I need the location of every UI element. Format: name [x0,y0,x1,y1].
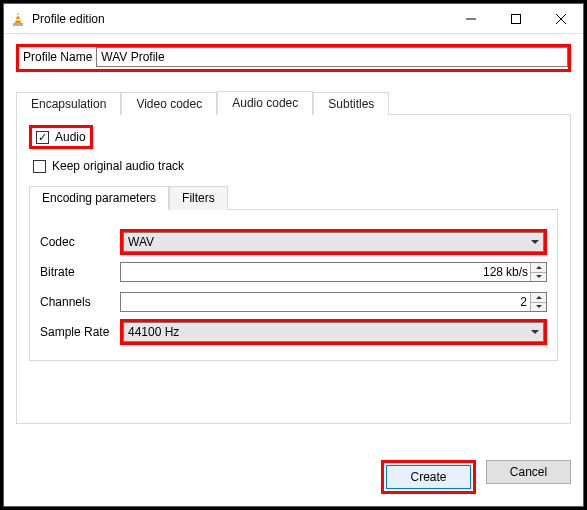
samplerate-value: 44100 Hz [128,325,179,339]
bitrate-unit: kb/s [506,265,530,279]
encoding-parameters-pane: Codec WAV Bitrate [29,209,558,361]
cancel-button[interactable]: Cancel [486,460,571,484]
svg-rect-1 [16,15,20,16]
svg-rect-5 [511,14,520,23]
chevron-down-icon [536,275,542,278]
chevron-down-icon [531,330,539,334]
tab-video-codec[interactable]: Video codec [121,92,217,115]
tab-filters[interactable]: Filters [169,186,228,210]
codec-select[interactable]: WAV [123,232,544,252]
vlc-icon [10,11,26,27]
tab-subtitles[interactable]: Subtitles [313,92,389,115]
minimize-button[interactable] [448,4,493,33]
bitrate-stepper[interactable]: 128 kb/s [120,262,547,282]
titlebar: Profile edition [4,4,583,34]
bitrate-spin-buttons[interactable] [530,263,546,281]
create-button[interactable]: Create [386,465,471,489]
tab-audio-codec[interactable]: Audio codec [217,91,313,115]
maximize-button[interactable] [493,4,538,33]
tab-encoding-parameters[interactable]: Encoding parameters [29,186,169,210]
svg-marker-0 [15,12,21,23]
close-button[interactable] [538,4,583,33]
audio-codec-pane: ✓ Audio Keep original audio track Encodi… [16,114,571,424]
keep-original-label: Keep original audio track [52,159,184,173]
channels-stepper[interactable]: 2 [120,292,547,312]
channels-spin-buttons[interactable] [530,293,546,311]
profile-edition-window: Profile edition Profile Name [3,3,584,507]
chevron-up-icon [536,266,542,269]
dialog-footer: Create Cancel [4,450,583,506]
samplerate-label: Sample Rate [40,325,120,339]
profile-name-input[interactable] [96,47,568,67]
audio-checkbox[interactable]: ✓ [36,131,49,144]
codec-value: WAV [128,235,154,249]
keep-original-checkbox[interactable] [33,160,46,173]
window-title: Profile edition [32,12,448,26]
samplerate-select[interactable]: 44100 Hz [123,322,544,342]
audio-checkbox-label: Audio [55,130,86,144]
svg-rect-3 [13,23,23,26]
profile-name-label: Profile Name [19,47,96,69]
chevron-down-icon [536,305,542,308]
chevron-up-icon [536,296,542,299]
channels-label: Channels [40,295,120,309]
bitrate-value: 128 [125,265,506,279]
svg-rect-2 [15,19,20,20]
chevron-down-icon [531,240,539,244]
tab-encapsulation[interactable]: Encapsulation [16,92,121,115]
main-tabs: Encapsulation Video codec Audio codec Su… [16,90,571,114]
codec-label: Codec [40,235,120,249]
channels-value: 2 [125,295,530,309]
bitrate-label: Bitrate [40,265,120,279]
